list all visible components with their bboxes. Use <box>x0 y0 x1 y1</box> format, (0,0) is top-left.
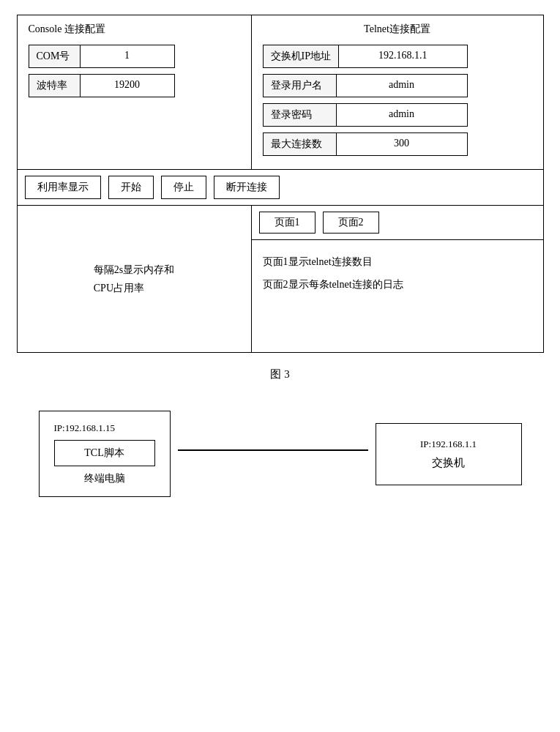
com-value: 1 <box>81 45 174 67</box>
left-line1: 每隔2s显示内存和 <box>94 261 174 279</box>
com-field: COM号 1 <box>29 45 175 68</box>
right-panel-content: 页面1显示telnet连接数目 页面2显示每条telnet连接的日志 <box>252 240 543 307</box>
switch-ip: IP:192.168.1.1 <box>398 438 499 450</box>
console-config-panel: Console 连接配置 COM号 1 波特率 19200 <box>18 15 252 169</box>
disconnect-button[interactable]: 断开连接 <box>214 176 280 199</box>
telnet-pass-value: admin <box>337 104 467 126</box>
left-line2: CPU占用率 <box>94 279 174 297</box>
figure-label: 图 3 <box>17 367 544 381</box>
telnet-maxconn-label: 最大连接数 <box>264 133 337 155</box>
telnet-pass-label: 登录密码 <box>264 104 337 126</box>
baud-label: 波特率 <box>29 75 81 97</box>
right-line2: 页面2显示每条telnet连接的日志 <box>263 274 532 296</box>
telnet-title: Telnet连接配置 <box>263 23 532 36</box>
telnet-user-label: 登录用户名 <box>264 75 337 97</box>
tab-page2[interactable]: 页面2 <box>323 212 379 234</box>
main-diagram: Console 连接配置 COM号 1 波特率 19200 Telnet连接配置… <box>17 15 544 353</box>
network-diagram: IP:192.168.1.15 TCL脚本 终端电脑 IP:192.168.1.… <box>17 396 544 512</box>
start-button[interactable]: 开始 <box>108 176 154 199</box>
telnet-pass-field: 登录密码 admin <box>263 103 468 127</box>
telnet-user-value: admin <box>337 75 467 97</box>
telnet-maxconn-field: 最大连接数 300 <box>263 132 468 156</box>
terminal-pc-node: IP:192.168.1.15 TCL脚本 终端电脑 <box>39 411 171 497</box>
com-label: COM号 <box>29 45 81 67</box>
switch-node: IP:192.168.1.1 交换机 <box>376 423 522 485</box>
telnet-ip-label: 交换机IP地址 <box>264 45 339 67</box>
button-row: 利用率显示 开始 停止 断开连接 <box>18 170 543 206</box>
telnet-maxconn-value: 300 <box>337 133 467 155</box>
bottom-row: 每隔2s显示内存和 CPU占用率 页面1 页面2 页面1显示telnet连接数目… <box>18 206 543 352</box>
tabs-row: 页面1 页面2 <box>252 206 543 240</box>
right-panel: 页面1 页面2 页面1显示telnet连接数目 页面2显示每条telnet连接的… <box>252 206 543 352</box>
utilization-button[interactable]: 利用率显示 <box>25 176 101 199</box>
baud-value: 19200 <box>81 75 174 97</box>
tab-page1[interactable]: 页面1 <box>259 212 316 234</box>
left-panel-text: 每隔2s显示内存和 CPU占用率 <box>94 261 174 297</box>
telnet-config-panel: Telnet连接配置 交换机IP地址 192.168.1.1 登录用户名 adm… <box>252 15 543 169</box>
telnet-ip-field: 交换机IP地址 192.168.1.1 <box>263 45 468 68</box>
console-title: Console 连接配置 <box>29 23 240 36</box>
telnet-ip-value: 192.168.1.1 <box>339 45 467 67</box>
left-panel: 每隔2s显示内存和 CPU占用率 <box>18 206 252 352</box>
connection-line <box>178 449 368 451</box>
config-row: Console 连接配置 COM号 1 波特率 19200 Telnet连接配置… <box>18 15 543 170</box>
right-line1: 页面1显示telnet连接数目 <box>263 251 532 274</box>
terminal-label: 终端电脑 <box>54 472 155 485</box>
tcl-script-label: TCL脚本 <box>54 440 155 466</box>
telnet-user-field: 登录用户名 admin <box>263 74 468 97</box>
baud-field: 波特率 19200 <box>29 74 175 97</box>
terminal-ip: IP:192.168.1.15 <box>54 422 155 434</box>
switch-label: 交换机 <box>398 456 499 470</box>
stop-button[interactable]: 停止 <box>161 176 206 199</box>
